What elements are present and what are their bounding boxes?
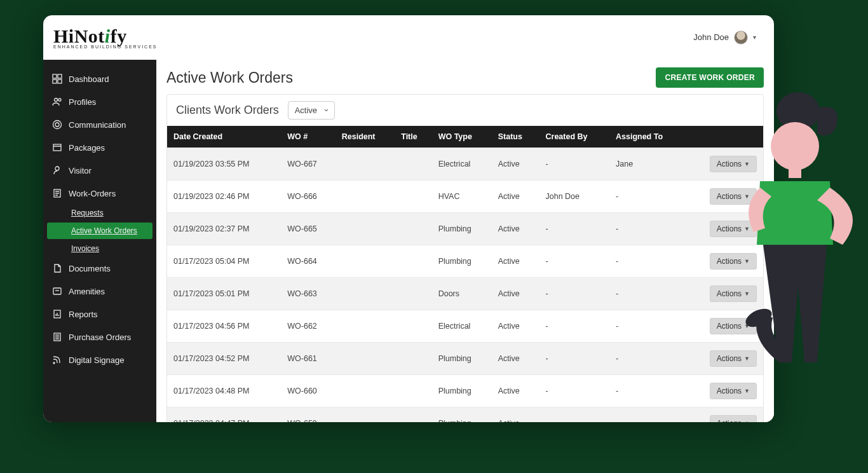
col-date[interactable]: Date Created: [167, 126, 281, 148]
table-row[interactable]: 01/19/2023 03:55 PMWO-667ElectricalActiv…: [167, 148, 763, 181]
cell-date: 01/17/2023 04:52 PM: [167, 343, 281, 375]
sidebar-item-digital-signage[interactable]: Digital Signage: [43, 348, 156, 371]
cell-date: 01/17/2023 05:01 PM: [167, 278, 281, 310]
cell-date: 01/17/2023 04:47 PM: [167, 408, 281, 423]
table-row[interactable]: 01/17/2023 04:48 PMWO-660PlumbingActive-…: [167, 375, 763, 408]
row-actions-button[interactable]: Actions▼: [710, 383, 757, 399]
digital-signage-icon: [52, 355, 62, 365]
cell-resident: [336, 181, 395, 213]
cell-status: Active: [492, 310, 539, 343]
row-actions-button[interactable]: Actions▼: [710, 253, 757, 270]
sidebar-item-work-orders[interactable]: Work-Orders: [43, 182, 156, 205]
col-type[interactable]: WO Type: [432, 126, 492, 148]
cell-status: Active: [492, 148, 539, 181]
chevron-down-icon: ▼: [744, 323, 750, 329]
cell-created_by: -: [539, 245, 609, 278]
svg-rect-2: [53, 79, 57, 83]
amenities-icon: [52, 286, 62, 296]
brand-logo: HiNotify ENHANCED BUILDING SERVICES: [53, 25, 158, 49]
col-resident[interactable]: Resident: [336, 126, 395, 148]
sidebar-sub-active-work-orders[interactable]: Active Work Orders: [47, 223, 153, 239]
row-actions-button[interactable]: Actions▼: [710, 285, 757, 302]
logo-text-c: fy: [111, 25, 127, 46]
cell-type: Doors: [432, 278, 492, 310]
app-window: HiNotify ENHANCED BUILDING SERVICES John…: [43, 15, 774, 422]
sidebar-item-dashboard[interactable]: Dashboard: [43, 67, 156, 90]
chevron-down-icon: ▼: [744, 355, 750, 362]
col-title[interactable]: Title: [395, 126, 431, 148]
svg-point-4: [55, 99, 58, 102]
sidebar-item-label: Digital Signage: [69, 355, 124, 365]
sidebar-sub-invoices[interactable]: Invoices: [43, 240, 156, 257]
table-row[interactable]: 01/17/2023 04:56 PMWO-662ElectricalActiv…: [167, 310, 763, 343]
cell-created_by: John Doe: [539, 181, 609, 213]
cell-resident: [336, 375, 395, 408]
cell-wo: WO-661: [281, 343, 335, 375]
row-actions-button[interactable]: Actions▼: [710, 415, 757, 422]
table-row[interactable]: 01/19/2023 02:46 PMWO-666HVACActiveJohn …: [167, 181, 763, 213]
sidebar-item-reports[interactable]: Reports: [43, 303, 156, 326]
purchase-orders-icon: [52, 332, 62, 342]
row-actions-button[interactable]: Actions▼: [710, 156, 757, 172]
sidebar-item-purchase-orders[interactable]: Purchase Orders: [43, 326, 156, 348]
row-actions-button[interactable]: Actions▼: [710, 318, 757, 334]
cell-status: Active: [492, 408, 539, 423]
sidebar-item-label: Visitor: [69, 166, 92, 175]
sidebar-item-communication[interactable]: Communication: [43, 113, 156, 136]
row-actions-button[interactable]: Actions▼: [710, 350, 757, 367]
cell-type: Plumbing: [432, 408, 492, 423]
cell-created_by: -: [539, 278, 609, 310]
col-created-by[interactable]: Created By: [539, 126, 609, 148]
sidebar-item-label: Packages: [69, 143, 105, 153]
table-row[interactable]: 01/17/2023 04:47 PMWO-659PlumbingActive-…: [167, 408, 763, 423]
col-status[interactable]: Status: [492, 126, 539, 148]
sidebar-item-amenities[interactable]: Amenities: [43, 280, 156, 303]
cell-status: Active: [492, 343, 539, 375]
status-filter-select[interactable]: Active: [288, 101, 335, 120]
svg-point-15: [771, 122, 819, 170]
cell-title: [395, 343, 431, 375]
row-actions-button[interactable]: Actions▼: [710, 221, 757, 237]
sidebar-item-documents[interactable]: Documents: [43, 257, 156, 280]
sidebar-item-label: Reports: [69, 310, 98, 319]
cell-title: [395, 375, 431, 408]
cell-date: 01/19/2023 03:55 PM: [167, 148, 281, 181]
topbar: HiNotify ENHANCED BUILDING SERVICES John…: [43, 15, 774, 60]
table-row[interactable]: 01/17/2023 05:04 PMWO-664PlumbingActive-…: [167, 245, 763, 278]
chevron-down-icon: ▼: [744, 258, 750, 264]
packages-icon: [52, 142, 62, 153]
logo-tagline: ENHANCED BUILDING SERVICES: [53, 45, 158, 49]
cell-resident: [336, 148, 395, 181]
svg-point-14: [776, 92, 820, 130]
sidebar-item-label: Purchase Orders: [69, 332, 131, 342]
cell-date: 01/19/2023 02:37 PM: [167, 213, 281, 245]
sidebar-item-profiles[interactable]: Profiles: [43, 90, 156, 113]
avatar: [734, 31, 748, 45]
table-row[interactable]: 01/17/2023 04:52 PMWO-661PlumbingActive-…: [167, 343, 763, 375]
sidebar-item-packages[interactable]: Packages: [43, 136, 156, 159]
cell-title: [395, 213, 431, 245]
cell-title: [395, 310, 431, 343]
chevron-down-icon: ▼: [744, 291, 750, 297]
col-wo[interactable]: WO #: [281, 126, 335, 148]
row-actions-button[interactable]: Actions▼: [710, 188, 757, 205]
communication-icon: [52, 120, 62, 130]
sidebar-item-visitor[interactable]: Visitor: [43, 159, 156, 182]
chevron-down-icon: ▼: [744, 161, 750, 167]
user-menu[interactable]: John Doe ▾: [693, 31, 756, 45]
svg-rect-7: [53, 144, 61, 151]
cell-date: 01/17/2023 05:04 PM: [167, 245, 281, 278]
table-row[interactable]: 01/19/2023 02:37 PMWO-665PlumbingActive-…: [167, 213, 763, 245]
sidebar: Dashboard Profiles Communication: [43, 60, 156, 422]
cell-wo: WO-666: [281, 181, 335, 213]
table-row[interactable]: 01/17/2023 05:01 PMWO-663DoorsActive--Ac…: [167, 278, 763, 310]
cell-assigned_to: -: [609, 213, 686, 245]
svg-rect-10: [53, 288, 61, 294]
cell-resident: [336, 213, 395, 245]
create-work-order-button[interactable]: CREATE WORK ORDER: [656, 67, 764, 88]
sidebar-item-label: Communication: [69, 120, 126, 130]
cell-date: 01/19/2023 02:46 PM: [167, 181, 281, 213]
sidebar-sub-requests[interactable]: Requests: [43, 205, 156, 221]
col-assigned-to[interactable]: Assigned To: [609, 126, 686, 148]
cell-type: Electrical: [432, 148, 492, 181]
